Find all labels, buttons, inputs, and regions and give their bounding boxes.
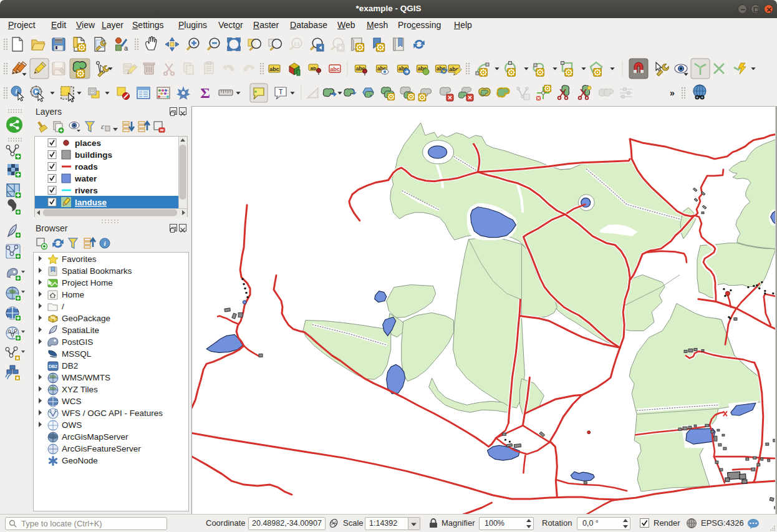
svg-text:WCS: WCS [62, 397, 82, 406]
svg-text:/: / [62, 302, 64, 311]
svg-text:DB2: DB2 [62, 361, 78, 370]
svg-text:a: a [124, 44, 128, 52]
svg-text:roads: roads [75, 162, 98, 172]
svg-text:Favorites: Favorites [62, 254, 97, 264]
svg-text:GeoPackage: GeoPackage [62, 314, 110, 323]
svg-text:SpatiaLite: SpatiaLite [62, 326, 99, 335]
svg-text:ab: ab [311, 65, 316, 71]
svg-text:Project Home: Project Home [62, 278, 113, 288]
svg-text:places: places [75, 138, 101, 148]
svg-text:Spatial Bookmarks: Spatial Bookmarks [62, 266, 132, 276]
svg-text:buildings: buildings [75, 150, 112, 160]
svg-text:MSSQL: MSSQL [62, 349, 92, 359]
svg-text:landuse: landuse [75, 198, 107, 207]
svg-text:ArcGisMapServer: ArcGisMapServer [62, 432, 128, 442]
svg-text:water: water [74, 174, 97, 183]
svg-text:T: T [279, 88, 283, 95]
svg-text:ArcGisFeatureServer: ArcGisFeatureServer [62, 444, 141, 453]
svg-text:OWS: OWS [62, 420, 82, 430]
svg-text:WFS / OGC API - Features: WFS / OGC API - Features [62, 409, 163, 418]
svg-text:DB2: DB2 [49, 364, 57, 369]
svg-text:XYZ Tiles: XYZ Tiles [62, 385, 98, 394]
svg-text:1:1: 1:1 [294, 42, 300, 46]
svg-text:rivers: rivers [75, 186, 98, 195]
svg-text:Σ: Σ [200, 85, 210, 101]
svg-text:Home: Home [62, 290, 84, 299]
svg-text:ε: ε [101, 122, 105, 131]
svg-text:GeoNode: GeoNode [62, 456, 98, 465]
svg-text:WMS/WMTS: WMS/WMTS [62, 373, 110, 382]
svg-text:»: » [670, 88, 675, 98]
svg-text:PostGIS: PostGIS [62, 337, 93, 347]
svg-text:abc: abc [330, 66, 340, 72]
